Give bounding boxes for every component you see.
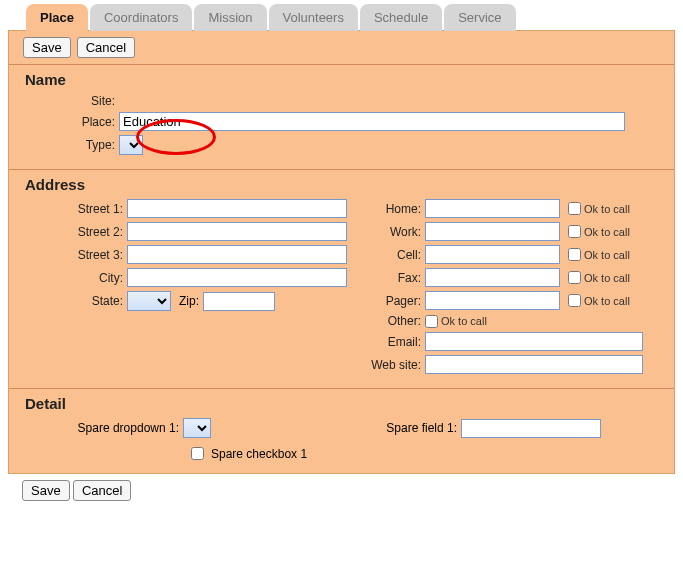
place-input[interactable] <box>119 112 625 131</box>
tab-bar: Place Coordinators Mission Volunteers Sc… <box>26 4 679 31</box>
street2-label: Street 2: <box>23 225 127 239</box>
home-input[interactable] <box>425 199 560 218</box>
home-ok-checkbox[interactable] <box>568 202 581 215</box>
bottom-toolbar: Save Cancel <box>8 474 675 507</box>
cell-label: Cell: <box>363 248 425 262</box>
other-ok-label: Ok to call <box>441 315 487 327</box>
section-name: Name Site: Place: Type: <box>9 64 674 169</box>
pager-ok-label: Ok to call <box>584 295 630 307</box>
spare-cb1-checkbox[interactable] <box>191 447 204 460</box>
section-address: Address Street 1: Street 2: Street 3: <box>9 169 674 388</box>
tab-coordinators[interactable]: Coordinators <box>90 4 192 31</box>
home-ok-label: Ok to call <box>584 203 630 215</box>
pager-label: Pager: <box>363 294 425 308</box>
work-label: Work: <box>363 225 425 239</box>
pager-ok-wrap[interactable]: Ok to call <box>568 294 630 307</box>
street1-input[interactable] <box>127 199 347 218</box>
cell-ok-checkbox[interactable] <box>568 248 581 261</box>
website-input[interactable] <box>425 355 643 374</box>
save-button-bottom[interactable]: Save <box>22 480 70 501</box>
state-select[interactable] <box>127 291 171 311</box>
zip-input[interactable] <box>203 292 275 311</box>
tab-service[interactable]: Service <box>444 4 515 31</box>
cancel-button-top[interactable]: Cancel <box>77 37 135 58</box>
fax-ok-label: Ok to call <box>584 272 630 284</box>
city-label: City: <box>23 271 127 285</box>
website-label: Web site: <box>363 358 425 372</box>
spare-dd1-label: Spare dropdown 1: <box>23 421 183 435</box>
home-ok-wrap[interactable]: Ok to call <box>568 202 630 215</box>
city-input[interactable] <box>127 268 347 287</box>
work-ok-checkbox[interactable] <box>568 225 581 238</box>
tab-schedule[interactable]: Schedule <box>360 4 442 31</box>
type-label: Type: <box>23 138 119 152</box>
tab-volunteers[interactable]: Volunteers <box>269 4 358 31</box>
place-label: Place: <box>23 115 119 129</box>
site-label: Site: <box>23 94 119 108</box>
spare-dd1-select[interactable] <box>183 418 211 438</box>
main-panel: Save Cancel Name Site: Place: Type: Addr… <box>8 30 675 474</box>
section-detail: Detail Spare dropdown 1: Spare field 1: … <box>9 388 674 473</box>
cell-ok-wrap[interactable]: Ok to call <box>568 248 630 261</box>
spare-cb1-label: Spare checkbox 1 <box>211 447 307 461</box>
street3-label: Street 3: <box>23 248 127 262</box>
email-input[interactable] <box>425 332 643 351</box>
pager-ok-checkbox[interactable] <box>568 294 581 307</box>
section-address-title: Address <box>25 176 660 193</box>
home-label: Home: <box>363 202 425 216</box>
street1-label: Street 1: <box>23 202 127 216</box>
fax-ok-wrap[interactable]: Ok to call <box>568 271 630 284</box>
work-ok-wrap[interactable]: Ok to call <box>568 225 630 238</box>
section-detail-title: Detail <box>25 395 660 412</box>
top-toolbar: Save Cancel <box>9 31 674 64</box>
zip-label: Zip: <box>171 294 203 308</box>
other-label: Other: <box>363 314 425 328</box>
fax-input[interactable] <box>425 268 560 287</box>
tab-place[interactable]: Place <box>26 4 88 31</box>
street3-input[interactable] <box>127 245 347 264</box>
email-label: Email: <box>363 335 425 349</box>
street2-input[interactable] <box>127 222 347 241</box>
type-select[interactable] <box>119 135 143 155</box>
tab-mission[interactable]: Mission <box>194 4 266 31</box>
fax-ok-checkbox[interactable] <box>568 271 581 284</box>
fax-label: Fax: <box>363 271 425 285</box>
pager-input[interactable] <box>425 291 560 310</box>
cancel-button-bottom[interactable]: Cancel <box>73 480 131 501</box>
other-ok-checkbox[interactable] <box>425 315 438 328</box>
save-button-top[interactable]: Save <box>23 37 71 58</box>
other-ok-wrap[interactable]: Ok to call <box>425 315 487 328</box>
cell-input[interactable] <box>425 245 560 264</box>
spare-field1-input[interactable] <box>461 419 601 438</box>
work-ok-label: Ok to call <box>584 226 630 238</box>
state-label: State: <box>23 294 127 308</box>
spare-field1-label: Spare field 1: <box>341 421 461 435</box>
cell-ok-label: Ok to call <box>584 249 630 261</box>
work-input[interactable] <box>425 222 560 241</box>
section-name-title: Name <box>25 71 660 88</box>
